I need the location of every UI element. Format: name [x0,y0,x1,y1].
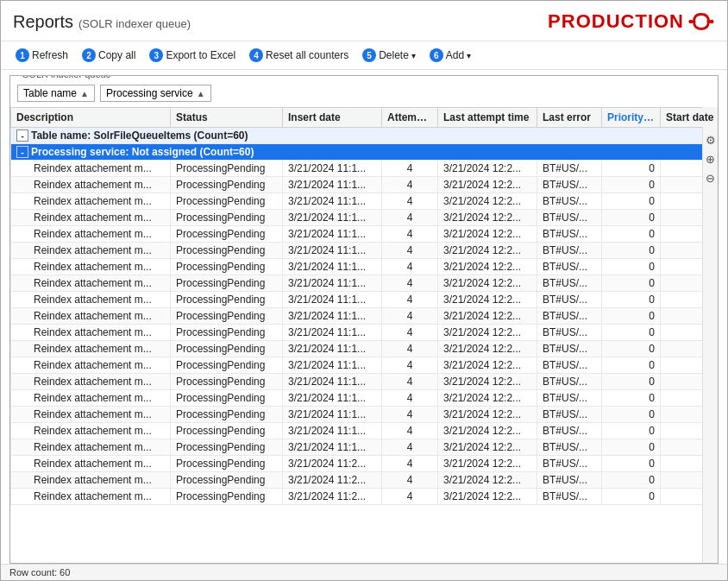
table-cell: ProcessingPending [171,243,283,259]
table-cell: ProcessingPending [171,226,283,243]
table-cell: 4 [382,210,438,226]
table-name-row[interactable]: -Table name: SolrFileQueueItems (Count=6… [11,128,719,144]
table-name-filter[interactable]: Table name ▲ [17,85,95,102]
table-cell: 4 [382,292,438,308]
col-header-insert-date[interactable]: Insert date [283,108,382,128]
reset-counters-button[interactable]: 4 Reset all counters [243,46,355,65]
table-cell: ProcessingPending [171,210,283,226]
expand-icon[interactable]: - [16,129,28,142]
col-header-start-date[interactable]: Start date [661,108,719,128]
table-row[interactable]: Reindex attachement m...ProcessingPendin… [11,456,719,472]
table-row[interactable]: Reindex attachement m...ProcessingPendin… [11,243,719,259]
settings-panel-button[interactable]: ⚙ [704,133,718,147]
table-row[interactable]: Reindex attachement m...ProcessingPendin… [11,161,719,177]
table-row[interactable]: Reindex attachement m...ProcessingPendin… [11,472,719,489]
table-cell: 3/21/2024 11:1... [283,259,382,275]
table-row[interactable]: Reindex attachement m...ProcessingPendin… [11,325,719,341]
col-header-last-error[interactable]: Last error [537,108,602,128]
scroll-area[interactable]: Description Status Insert date Attempt..… [10,107,718,563]
col-header-last-attempt[interactable]: Last attempt time [438,108,537,128]
table-row[interactable]: Reindex attachement m...ProcessingPendin… [11,390,719,407]
table-cell: ProcessingPending [171,341,283,357]
main-window: Reports (SOLR indexer queue) PRODUCTION … [0,0,728,581]
add-panel-button[interactable]: ⊕ [704,152,718,166]
col-header-status[interactable]: Status [171,108,283,128]
table-cell: BT#US/... [537,226,602,243]
table-row[interactable]: Reindex attachement m...ProcessingPendin… [11,489,719,505]
table-cell: ProcessingPending [171,357,283,374]
table-row[interactable]: Reindex attachement m...ProcessingPendin… [11,259,719,275]
table-row[interactable]: Reindex attachement m...ProcessingPendin… [11,275,719,292]
table-cell: Reindex attachement m... [11,357,171,374]
table-cell: 0 [602,308,661,325]
table-cell: 0 [602,177,661,193]
table-row[interactable]: Reindex attachement m...ProcessingPendin… [11,308,719,325]
add-badge: 6 [430,48,443,62]
table-cell: ProcessingPending [171,456,283,472]
col-header-priority[interactable]: Priority ▲ [602,108,661,128]
table-cell: Reindex attachement m... [11,489,171,505]
table-row[interactable]: Reindex attachement m...ProcessingPendin… [11,374,719,390]
table-row[interactable]: Reindex attachement m...ProcessingPendin… [11,226,719,243]
table-cell: 3/21/2024 12:2... [438,374,537,390]
table-cell: ProcessingPending [171,161,283,177]
toolbar: 1 Refresh 2 Copy all 3 Export to Excel 4… [1,41,727,70]
svg-point-1 [688,20,693,24]
export-excel-button[interactable]: 3 Export to Excel [143,46,242,65]
table-cell: 0 [602,439,661,456]
remove-panel-button[interactable]: ⊖ [704,171,718,185]
table-cell: 3/21/2024 12:2... [438,161,537,177]
table-cell: 0 [602,456,661,472]
table-cell: 4 [382,489,438,505]
processing-service-filter[interactable]: Processing service ▲ [100,85,211,102]
table-cell: Reindex attachement m... [11,177,171,193]
table-cell: BT#US/... [537,357,602,374]
table-cell: 3/21/2024 11:2... [283,456,382,472]
table-row[interactable]: Reindex attachement m...ProcessingPendin… [11,292,719,308]
table-row[interactable]: Reindex attachement m...ProcessingPendin… [11,177,719,193]
table-cell: 3/21/2024 12:2... [438,210,537,226]
table-row[interactable]: Reindex attachement m...ProcessingPendin… [11,193,719,210]
table-cell: 0 [602,341,661,357]
table-cell: 3/21/2024 11:1... [283,407,382,423]
table-cell: Reindex attachement m... [11,308,171,325]
group-header-row[interactable]: -Processing service: Not assigned (Count… [11,144,719,161]
table-row[interactable]: Reindex attachement m...ProcessingPendin… [11,357,719,374]
table-cell: 0 [602,472,661,489]
table-row[interactable]: Reindex attachement m...ProcessingPendin… [11,210,719,226]
table-cell: 3/21/2024 12:2... [438,226,537,243]
table-row[interactable]: Reindex attachement m...ProcessingPendin… [11,341,719,357]
title-right: PRODUCTION [548,8,715,35]
table-cell: ProcessingPending [171,390,283,407]
delete-button[interactable]: 5 Delete ▾ [356,46,422,65]
table-cell: 3/21/2024 11:1... [283,357,382,374]
table-cell: 3/21/2024 12:2... [438,193,537,210]
table-cell: Reindex attachement m... [11,456,171,472]
table-cell: BT#US/... [537,489,602,505]
table-row[interactable]: Reindex attachement m...ProcessingPendin… [11,439,719,456]
col-header-description[interactable]: Description [11,108,171,128]
table-cell: 4 [382,357,438,374]
table-cell: BT#US/... [537,374,602,390]
export-excel-label: Export to Excel [166,49,235,61]
table-cell: 4 [382,341,438,357]
col-header-attempts[interactable]: Attempt... [382,108,438,128]
refresh-button[interactable]: 1 Refresh [9,46,74,65]
table-cell: 0 [602,243,661,259]
table-cell: 4 [382,407,438,423]
table-row[interactable]: Reindex attachement m...ProcessingPendin… [11,423,719,439]
add-button[interactable]: 6 Add ▾ [424,46,477,65]
status-bar: Row count: 60 [1,564,727,580]
delete-dropdown-icon: ▾ [411,51,416,60]
table-row[interactable]: Reindex attachement m...ProcessingPendin… [11,407,719,423]
table-cell: 3/21/2024 11:1... [283,161,382,177]
table-cell: 0 [602,226,661,243]
reset-counters-badge: 4 [249,48,263,62]
copy-all-button[interactable]: 2 Copy all [76,46,141,65]
export-excel-badge: 3 [149,48,163,62]
table-cell: 0 [602,210,661,226]
table-cell: Reindex attachement m... [11,161,171,177]
group-expand-icon[interactable]: - [16,146,28,158]
table-cell: Reindex attachement m... [11,341,171,357]
table-cell: 4 [382,177,438,193]
